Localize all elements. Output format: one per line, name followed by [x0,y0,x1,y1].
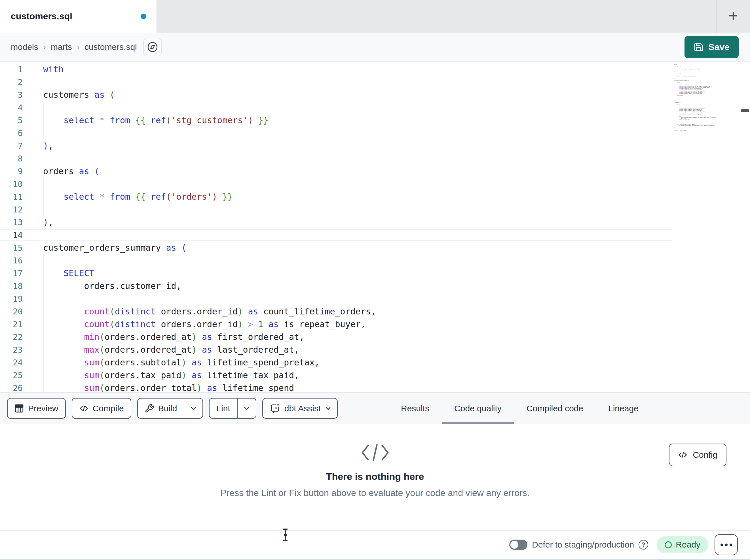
code-line-3[interactable]: 3customers as ( [0,88,672,101]
line-number: 17 [0,269,23,278]
toggle-knob [510,541,518,549]
code-line-5[interactable]: 5 select * from {{ ref('stg_customers') … [0,114,672,127]
line-number: 26 [0,383,23,393]
panel-tab-compiled-code[interactable]: Compiled code [514,393,596,424]
code-line-26[interactable]: 26 sum(orders.order_total) as lifetime_s… [0,381,672,392]
code-line-14[interactable]: 14 [0,229,672,241]
dbt-assist-label: dbt Assist [284,403,321,413]
lint-dropdown[interactable] [237,398,256,418]
line-number: 12 [0,205,23,214]
panel-tab-results[interactable]: Results [389,393,442,424]
code-line-8[interactable]: 8 [0,152,672,165]
code-line-6[interactable]: 6 [0,127,672,139]
scrollbar-track [740,62,740,392]
build-button[interactable]: Build [137,398,203,419]
panel-tab-lineage[interactable]: Lineage [596,393,651,424]
breadcrumb-separator: › [77,42,80,52]
code-line-24[interactable]: 24 sum(orders.subtotal) as lifetime_spen… [0,356,672,369]
code-line-22[interactable]: 22 min(orders.ordered_at) as first_order… [0,331,672,343]
empty-state-subtitle: Press the Lint or Fix button above to ev… [220,488,529,498]
line-number: 5 [0,116,23,125]
line-number: 14 [0,230,23,240]
code-line-19[interactable]: 19 [0,292,672,305]
scrollbar-marker[interactable] [741,109,749,112]
code-line-11[interactable]: 11 select * from {{ ref('orders') }} [0,190,672,203]
panel-tab-label: Results [401,403,429,413]
more-icon [721,544,723,546]
help-icon[interactable]: ? [638,540,648,549]
lint-button[interactable]: Lint [209,398,256,419]
chevron-down-icon [324,405,332,412]
code-line-15[interactable]: 15customer_orders_summary as ( [0,241,672,254]
panel-tab-code-quality[interactable]: Code quality [442,393,514,424]
line-number: 22 [0,332,23,342]
line-number: 19 [0,294,23,304]
empty-state-title: There is nothing here [326,471,424,482]
dbt-assist-button[interactable]: dbt Assist [262,398,338,419]
breadcrumb-bar: models › marts › customers.sql Save [0,33,750,62]
code-editor[interactable]: 1with23customers as (45 select * from {{… [0,62,750,392]
tab-label: customers.sql [11,11,72,22]
line-number: 4 [0,103,23,112]
breadcrumb-item-models[interactable]: models [11,42,38,52]
line-number: 21 [0,319,23,329]
code-line-10[interactable]: 10 [0,178,672,190]
tab-customers-sql[interactable]: customers.sql [0,0,157,33]
preview-button[interactable]: Preview [7,398,66,419]
toolbar-buttons: Preview Compile Buil [0,398,338,419]
line-number: 16 [0,256,23,265]
breadcrumb-item-marts[interactable]: marts [51,42,72,52]
panel-tab-label: Code quality [454,403,501,413]
line-number: 18 [0,281,23,291]
code-line-25[interactable]: 25 sum(orders.tax_paid) as lifetime_tax_… [0,369,672,381]
compass-button[interactable] [143,38,162,56]
minimap[interactable]: withcustomers as ( select * from {{ ref(… [674,64,740,279]
dbt-assist-dropdown[interactable] [323,398,337,418]
defer-toggle[interactable] [509,540,528,550]
defer-label: Defer to staging/production [532,540,634,549]
status-badge[interactable]: Ready [657,536,708,553]
code-line-12[interactable]: 12 [0,203,672,216]
line-number: 2 [0,77,23,87]
code-quality-panel: There is nothing here Press the Lint or … [0,424,750,530]
code-line-23[interactable]: 23 max(orders.ordered_at) as last_ordere… [0,343,672,356]
code-empty-icon [359,443,391,462]
compile-label: Compile [93,403,124,413]
line-number: 1 [0,65,23,74]
panel-tab-label: Compiled code [527,403,583,413]
breadcrumb: models › marts › customers.sql [11,42,137,52]
preview-label: Preview [28,403,58,413]
code-line-16[interactable]: 16 [0,254,672,267]
panel-tab-label: Lineage [608,403,638,413]
build-icon [145,403,154,413]
line-number: 13 [0,217,23,227]
code-line-2[interactable]: 2 [0,76,672,88]
chevron-down-icon [243,405,251,412]
more-options-button[interactable] [714,534,738,555]
breadcrumb-item-customers-sql[interactable]: customers.sql [84,42,137,52]
breadcrumb-separator: › [43,42,46,52]
build-dropdown[interactable] [184,398,202,418]
line-number: 6 [0,128,23,138]
save-label: Save [708,42,730,53]
code-line-1[interactable]: 1with [0,63,672,76]
save-button[interactable]: Save [685,36,739,58]
line-number: 9 [0,167,23,176]
preview-icon [15,403,24,413]
compile-button[interactable]: Compile [72,398,131,419]
code-line-21[interactable]: 21 count(distinct orders.order_id) > 1 a… [0,318,672,331]
code-line-9[interactable]: 9orders as ( [0,165,672,178]
code-line-4[interactable]: 4 [0,101,672,114]
status-bar: Defer to staging/production ? Ready [0,530,750,560]
chevron-down-icon [190,405,197,412]
code-line-7[interactable]: 7), [0,139,672,152]
dbt-ide-window: customers.sql + models › marts › custome… [0,0,750,560]
code-line-13[interactable]: 13), [0,216,672,229]
code-line-20[interactable]: 20 count(distinct orders.order_id) as co… [0,305,672,318]
code-line-17[interactable]: 17 SELECT [0,267,672,279]
config-button[interactable]: Config [669,443,727,466]
compile-icon [79,403,89,413]
new-tab-button[interactable]: + [716,0,750,33]
ready-label: Ready [676,540,700,549]
code-line-18[interactable]: 18 orders.customer_id, [0,279,672,292]
